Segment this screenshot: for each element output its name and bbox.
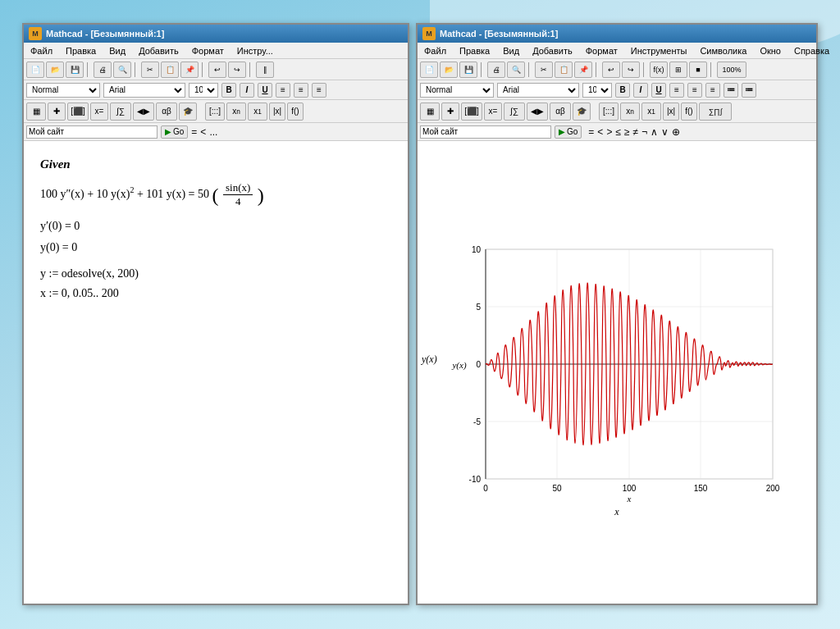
go-btn-right[interactable]: ▶ Go — [555, 125, 582, 139]
subscript-btn-left[interactable]: [:::] — [205, 103, 225, 121]
xn-btn-left[interactable]: xn — [226, 103, 246, 121]
sep1-left — [87, 62, 90, 77]
url-input-right[interactable] — [420, 125, 551, 139]
solve-btn-right[interactable]: ⊞ — [669, 62, 687, 78]
italic-btn-right[interactable]: I — [633, 83, 648, 98]
align-c-right[interactable]: ≡ — [687, 83, 702, 98]
list2-right[interactable]: ≔ — [742, 83, 756, 98]
menu-format-right[interactable]: Формат — [582, 45, 621, 57]
menu-help-right[interactable]: Справка — [791, 45, 833, 57]
font-select-left[interactable]: Arial — [103, 83, 185, 98]
align-left-btn[interactable]: ≡ — [276, 83, 290, 98]
matrix-btn-left[interactable]: [⬛] — [67, 103, 89, 121]
menu-edit-left[interactable]: Правка — [62, 45, 99, 57]
integral-btn-right[interactable]: ∫∑ — [504, 103, 525, 121]
cut-btn-left[interactable]: ✂ — [141, 62, 159, 78]
calc-btn-left[interactable]: ▦ — [26, 103, 46, 121]
font-select-right[interactable]: Arial — [497, 83, 579, 98]
undo-btn-left[interactable]: ↩ — [208, 62, 226, 78]
deriv-btn-left[interactable]: ◀▶ — [133, 103, 154, 121]
copy-btn-right[interactable]: 📋 — [555, 62, 573, 78]
fx-btn-left[interactable]: f() — [287, 103, 304, 121]
menu-edit-right[interactable]: Правка — [456, 45, 493, 57]
zoom-right[interactable]: 100% — [717, 62, 746, 78]
menu-add-right[interactable]: Добавить — [529, 45, 576, 57]
svg-text:5: 5 — [476, 303, 481, 312]
matrix-btn-right[interactable]: [⬛] — [461, 103, 482, 121]
underline-btn-right[interactable]: U — [651, 83, 666, 98]
subscript-btn-right[interactable]: [:::] — [599, 103, 619, 121]
extra-math-right[interactable]: ∑∏∫ — [699, 103, 732, 121]
print-btn-left[interactable]: 🖨 — [94, 62, 112, 78]
abs-btn-right[interactable]: |x| — [663, 103, 679, 121]
underline-btn-left[interactable]: U — [258, 83, 272, 98]
insert-btn-left[interactable]: ‖ — [256, 62, 274, 78]
alpha-btn-left[interactable]: αβ — [156, 103, 177, 121]
bold-btn-left[interactable]: B — [221, 83, 236, 98]
save-btn-right[interactable]: 💾 — [459, 62, 477, 78]
fx-btn-right[interactable]: f() — [681, 103, 697, 121]
menu-symbols-right[interactable]: Символика — [696, 45, 750, 57]
copy-btn-left[interactable]: 📋 — [161, 62, 179, 78]
paste-btn-left[interactable]: 📌 — [180, 62, 199, 78]
italic-btn-left[interactable]: I — [240, 83, 254, 98]
cut-btn-right[interactable]: ✂ — [535, 62, 553, 78]
hat-btn-left[interactable]: 🎓 — [179, 103, 197, 121]
graph-btn-left[interactable]: ✚ — [48, 103, 66, 121]
bold-btn-right[interactable]: B — [615, 83, 630, 98]
align-r-right[interactable]: ≡ — [705, 83, 720, 98]
url-input-left[interactable] — [26, 125, 158, 139]
align-right-btn[interactable]: ≡ — [312, 83, 326, 98]
equals-btn-left[interactable]: x= — [90, 103, 108, 121]
open-btn-left[interactable]: 📂 — [46, 62, 64, 78]
graph-btn-right[interactable]: ✚ — [441, 103, 459, 121]
equals-btn-right[interactable]: x= — [484, 103, 502, 121]
preview-btn-left[interactable]: 🔍 — [113, 62, 131, 78]
new-btn-left[interactable]: 📄 — [26, 62, 44, 78]
menu-window-right[interactable]: Окно — [756, 45, 784, 57]
style-select-left[interactable]: Normal — [26, 83, 100, 98]
open-btn-right[interactable]: 📂 — [440, 62, 458, 78]
menu-view-left[interactable]: Вид — [106, 45, 129, 57]
menu-tools-left[interactable]: Инстру... — [234, 45, 276, 57]
print-btn-right[interactable]: 🖨 — [487, 62, 505, 78]
save-btn-left[interactable]: 💾 — [66, 62, 84, 78]
menu-add-left[interactable]: Добавить — [135, 45, 182, 57]
menu-file-left[interactable]: Файл — [27, 45, 56, 57]
redo-btn-right[interactable]: ↪ — [622, 62, 640, 78]
integral-btn-left[interactable]: ∫∑ — [110, 103, 131, 121]
align-l-right[interactable]: ≡ — [669, 83, 684, 98]
ref-btn-right[interactable]: ■ — [689, 62, 707, 78]
size-select-right[interactable]: 10 — [582, 83, 612, 98]
right-paren: ) — [258, 185, 264, 206]
style-select-right[interactable]: Normal — [420, 83, 494, 98]
go-btn-left[interactable]: ▶ Go — [161, 125, 188, 139]
preview-btn-right[interactable]: 🔍 — [507, 62, 525, 78]
paste-btn-right[interactable]: 📌 — [574, 62, 592, 78]
abs-btn-left[interactable]: |x| — [269, 103, 285, 121]
x1-btn-left[interactable]: x1 — [248, 103, 267, 121]
svg-text:0: 0 — [476, 360, 481, 369]
deriv-btn-right[interactable]: ◀▶ — [527, 103, 548, 121]
menu-format-left[interactable]: Формат — [189, 45, 227, 57]
alpha-btn-right[interactable]: αβ — [550, 103, 571, 121]
size-select-left[interactable]: 10 — [189, 83, 218, 98]
x1-btn-right[interactable]: x1 — [641, 103, 661, 121]
menu-view-right[interactable]: Вид — [500, 45, 523, 57]
hat-btn-right[interactable]: 🎓 — [573, 103, 591, 121]
left-main-toolbar: 📄 📂 💾 🖨 🔍 ✂ 📋 📌 ↩ ↪ ‖ — [24, 59, 408, 80]
redo-btn-left[interactable]: ↪ — [228, 62, 246, 78]
undo-btn-right[interactable]: ↩ — [602, 62, 620, 78]
left-mathcad-window: M Mathcad - [Безымянный:1] Файл Правка В… — [22, 23, 409, 605]
menu-tools-right[interactable]: Инструменты — [628, 45, 691, 57]
xn-btn-right[interactable]: xn — [620, 103, 640, 121]
new-btn-right[interactable]: 📄 — [420, 62, 438, 78]
math-content-left: Given 100 y″(x) + 10 y(x)2 + 101 y(x) = … — [40, 157, 391, 300]
svg-text:150: 150 — [694, 484, 708, 493]
left-math-toolbar: ▦ ✚ [⬛] x= ∫∑ ◀▶ αβ 🎓 [:::] xn x1 |x| f(… — [24, 100, 408, 123]
align-center-btn[interactable]: ≡ — [294, 83, 308, 98]
calc-btn-right[interactable]: ▦ — [420, 103, 440, 121]
list1-right[interactable]: ≔ — [724, 83, 738, 98]
menu-file-right[interactable]: Файл — [421, 45, 450, 57]
fx-main-right[interactable]: f(x) — [650, 62, 668, 78]
